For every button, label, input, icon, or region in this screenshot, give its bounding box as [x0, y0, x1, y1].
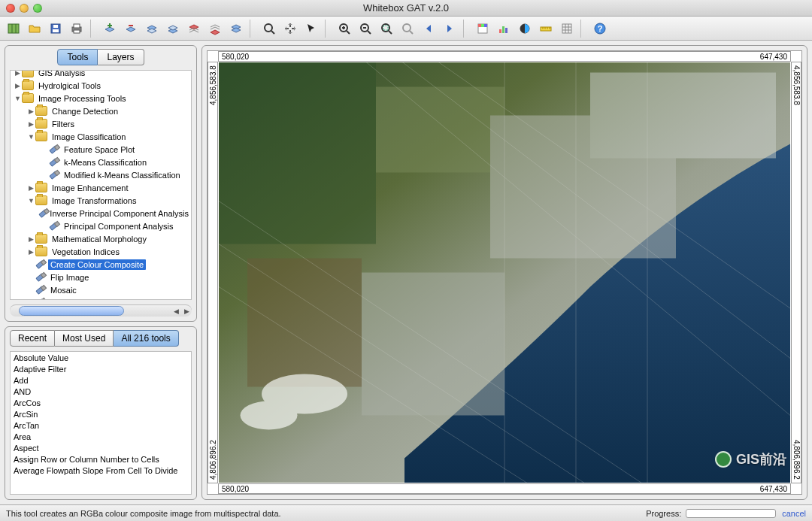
raster-calc-icon[interactable]: [558, 20, 576, 38]
arrow-right-icon[interactable]: [441, 20, 459, 38]
zoom-in-icon[interactable]: [335, 20, 353, 38]
tree-row[interactable]: Create Colour Composite: [11, 258, 191, 271]
svg-rect-2: [53, 29, 59, 32]
tree-row[interactable]: ▼Image Classification: [11, 130, 191, 143]
disclosure-triangle-icon[interactable]: ▼: [14, 95, 22, 102]
list-item[interactable]: Assign Row or Column Number to Cells: [11, 453, 191, 465]
folder-open-icon[interactable]: [26, 20, 44, 38]
map-icon[interactable]: [5, 20, 23, 38]
contrast-icon[interactable]: [516, 20, 534, 38]
arrow-left-icon[interactable]: [420, 20, 438, 38]
svg-rect-22: [562, 24, 571, 33]
tree-row[interactable]: ▶Mathematical Morphology: [11, 232, 191, 245]
layer-to-bottom-icon[interactable]: [206, 20, 224, 38]
tab-all-tools[interactable]: All 216 tools: [114, 330, 178, 347]
svg-rect-3: [53, 25, 58, 28]
scroll-left-icon[interactable]: ◀: [171, 305, 181, 317]
toolbar-separator: [90, 20, 96, 38]
list-item[interactable]: Add: [11, 374, 191, 386]
zoom-previous-icon[interactable]: [398, 20, 417, 38]
layer-to-top-icon[interactable]: [185, 20, 203, 38]
svg-point-7: [265, 24, 272, 32]
list-item[interactable]: Aspect: [11, 442, 191, 453]
coord-y-top-r: 4,856,583.8: [792, 65, 801, 105]
tab-tools[interactable]: Tools: [57, 49, 98, 65]
layer-lower-icon[interactable]: [164, 20, 182, 38]
zoom-full-icon[interactable]: [260, 20, 278, 38]
help-icon[interactable]: ?: [591, 20, 609, 38]
svg-rect-28: [376, 87, 504, 173]
layer-raise-icon[interactable]: [143, 20, 161, 38]
list-item[interactable]: Area: [11, 431, 191, 442]
tree-row[interactable]: ▶Filters: [11, 117, 191, 130]
svg-rect-27: [247, 259, 362, 387]
scrollbar-thumb[interactable]: [19, 306, 124, 316]
print-icon[interactable]: [68, 20, 86, 38]
tree-item-label: GIS Analysis: [36, 70, 87, 78]
tree-row[interactable]: Mosaic: [11, 283, 191, 296]
tree-row[interactable]: ▼Image Processing Tools: [11, 92, 191, 105]
tab-most-used[interactable]: Most Used: [55, 330, 114, 347]
list-item[interactable]: Absolute Value: [11, 352, 191, 363]
tool-tree[interactable]: ▶GIS Analysis▶Hydrolgical Tools▼Image Pr…: [10, 70, 192, 300]
disclosure-triangle-icon[interactable]: ▶: [27, 248, 35, 256]
layer-add-icon[interactable]: [101, 20, 119, 38]
tab-recent[interactable]: Recent: [10, 330, 55, 347]
all-tools-list[interactable]: Absolute ValueAdaptive FilterAddANDArcCo…: [10, 351, 192, 495]
disclosure-triangle-icon[interactable]: ▼: [27, 133, 35, 141]
disclosure-triangle-icon[interactable]: ▶: [14, 82, 22, 89]
tree-item-label: k-Means Classification: [62, 157, 149, 168]
tree-row[interactable]: ▶Image Enhancement: [11, 181, 191, 194]
tool-icon: [35, 272, 46, 282]
tree-row[interactable]: Feature Space Plot: [11, 143, 191, 156]
disclosure-triangle-icon[interactable]: ▶: [27, 108, 35, 115]
list-item[interactable]: ArcTan: [11, 420, 191, 431]
tree-row[interactable]: ▶Vegetation Indices: [11, 245, 191, 258]
tab-layers[interactable]: Layers: [98, 49, 144, 65]
histogram-icon[interactable]: [495, 20, 513, 38]
disclosure-triangle-icon[interactable]: ▶: [27, 235, 35, 243]
coord-x-right: 647,430: [760, 53, 787, 61]
list-item[interactable]: ArcCos: [11, 397, 191, 408]
list-item[interactable]: AND: [11, 386, 191, 397]
zoom-selection-icon[interactable]: [377, 20, 395, 38]
svg-rect-19: [505, 28, 508, 33]
tree-row[interactable]: Principal Component Analysis: [11, 220, 191, 232]
map-view[interactable]: 580,020 647,430 580,020 647,430 4,806,89…: [207, 50, 802, 495]
list-item[interactable]: Average Flowpath Slope From Cell To Divi…: [11, 465, 191, 476]
tree-item-label: Mosaic: [48, 285, 79, 295]
attribute-table-icon[interactable]: [227, 20, 245, 38]
svg-point-33: [241, 401, 298, 430]
tree-row[interactable]: ▶Change Detection: [11, 105, 191, 117]
tree-hscrollbar[interactable]: ◀ ▶: [10, 304, 192, 317]
zoom-out-icon[interactable]: [356, 20, 374, 38]
disclosure-triangle-icon[interactable]: ▶: [27, 120, 35, 128]
svg-rect-30: [590, 73, 776, 159]
list-item[interactable]: Adaptive Filter: [11, 363, 191, 374]
toolbar-separator: [580, 20, 586, 38]
layer-remove-icon[interactable]: [122, 20, 140, 38]
coord-x-left: 580,020: [222, 53, 249, 61]
tree-row[interactable]: Inverse Principal Component Analysis: [11, 207, 191, 220]
tree-row[interactable]: Modified k-Means Classification: [11, 168, 191, 181]
tree-row[interactable]: ▶Hydrolgical Tools: [11, 79, 191, 92]
disclosure-triangle-icon[interactable]: ▶: [27, 184, 35, 192]
pan-icon[interactable]: [281, 20, 299, 38]
palette-icon[interactable]: [474, 20, 492, 38]
scroll-right-icon[interactable]: ▶: [181, 305, 192, 317]
tree-row[interactable]: Resample: [11, 296, 191, 300]
list-item[interactable]: ArcSin: [11, 408, 191, 420]
tree-row[interactable]: Flip Image: [11, 271, 191, 283]
tree-item-label: Vegetation Indices: [50, 247, 122, 257]
disclosure-triangle-icon[interactable]: ▶: [14, 70, 22, 77]
tree-row[interactable]: ▼Image Transformations: [11, 194, 191, 207]
save-icon[interactable]: [47, 20, 65, 38]
cancel-link[interactable]: cancel: [782, 509, 806, 518]
measure-icon[interactable]: [537, 20, 555, 38]
disclosure-triangle-icon[interactable]: ▼: [27, 197, 35, 204]
tree-item-label: Mathematical Morphology: [50, 234, 149, 244]
svg-rect-6: [74, 30, 80, 33]
pointer-icon[interactable]: [302, 20, 320, 38]
tree-row[interactable]: ▶GIS Analysis: [11, 70, 191, 79]
tree-row[interactable]: k-Means Classification: [11, 156, 191, 168]
